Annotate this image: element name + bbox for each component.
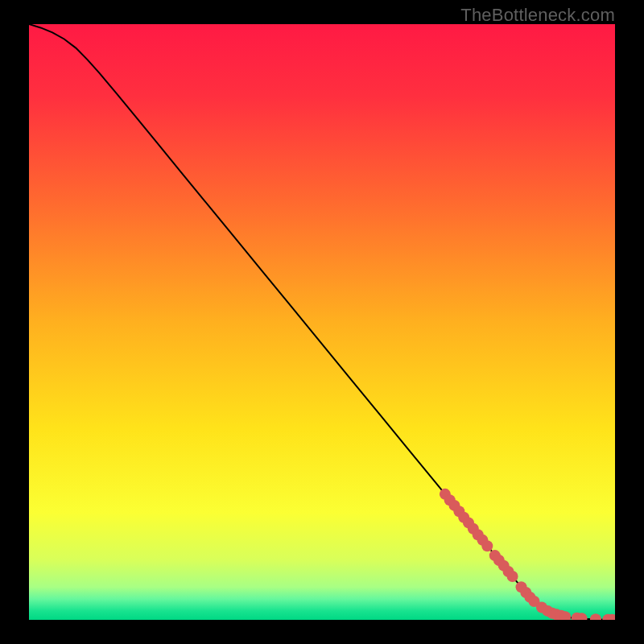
- data-marker: [481, 540, 493, 551]
- bottleneck-chart: [29, 24, 615, 620]
- watermark-label: TheBottleneck.com: [460, 5, 615, 26]
- gradient-background: [29, 24, 615, 620]
- chart-frame: TheBottleneck.com: [0, 0, 644, 644]
- data-marker: [507, 571, 518, 582]
